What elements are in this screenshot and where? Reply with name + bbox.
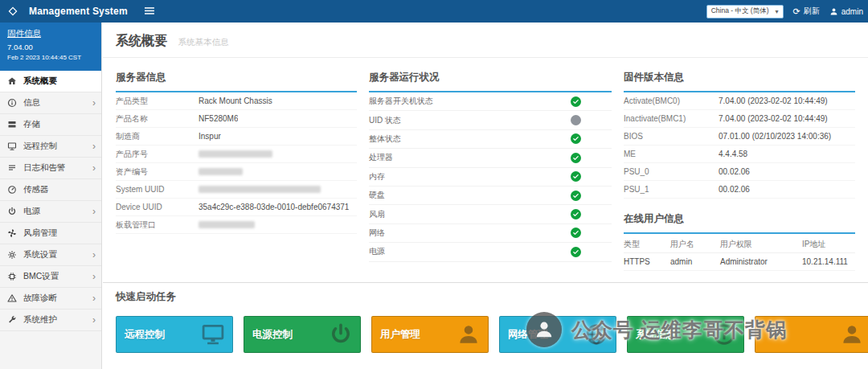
sidebar-item-remote-control[interactable]: 远程控制› xyxy=(0,136,101,158)
sidebar-item-system-maintenance[interactable]: 系统维护› xyxy=(0,310,101,331)
panels-row: 服务器信息 产品类型Rack Mount Chassis产品名称NF5280M6… xyxy=(103,58,868,272)
firmware-title: 固件版本信息 xyxy=(624,68,855,92)
sidebar-item-label: 系统概要 xyxy=(23,76,57,87)
quick-task-remote-control[interactable]: 远程控制 xyxy=(116,316,233,353)
users-column-header: IP地址 xyxy=(802,239,855,250)
user-menu[interactable]: admin xyxy=(829,7,863,16)
info-label: 资产编号 xyxy=(116,166,199,178)
server-info-title: 服务器信息 xyxy=(116,68,357,92)
sidebar-item-bmc-settings[interactable]: BMC设置› xyxy=(0,266,101,288)
sidebar-item-info[interactable]: 信息› xyxy=(0,92,101,114)
chevron-right-icon: › xyxy=(92,98,96,108)
top-header: Management System China - 中文 (简体) ▾ ⟳ 刷新… xyxy=(0,0,868,23)
redacted-value xyxy=(199,168,243,175)
info-value: Rack Mount Chassis xyxy=(199,96,272,105)
firmware-label: Inactivate(BMC1) xyxy=(624,114,719,123)
info-value: Inspur xyxy=(199,132,221,141)
firmware-panel: 固件版本信息 Activate(BMC0)7.04.00 (2023-02-02… xyxy=(624,68,855,199)
firmware-version: 7.04.00 xyxy=(7,43,94,51)
storage-icon xyxy=(7,120,18,130)
menu-toggle-icon[interactable] xyxy=(144,6,157,17)
server-info-row: 板载管理口 xyxy=(116,216,357,234)
users-column-header: 用户权限 xyxy=(720,239,802,250)
globe-icon xyxy=(584,322,608,346)
server-info-panel: 服务器信息 产品类型Rack Mount Chassis产品名称NF5280M6… xyxy=(116,68,357,234)
quick-task-network-management[interactable]: 网络管理 xyxy=(499,316,616,353)
status-ok-icon xyxy=(571,247,581,257)
info-icon xyxy=(7,98,18,109)
quick-tasks-title: 快速启动任务 xyxy=(116,290,855,304)
firmware-label: PSU_0 xyxy=(624,167,719,176)
sidebar-item-fan-management[interactable]: 风扇管理 xyxy=(0,223,101,244)
sidebar-item-storage[interactable]: 存储 xyxy=(0,114,101,136)
right-column: 固件版本信息 Activate(BMC0)7.04.00 (2023-02-02… xyxy=(624,68,855,271)
health-row: UID 状态 xyxy=(369,111,612,129)
language-select[interactable]: China - 中文 (简体) ▾ xyxy=(706,5,784,18)
sidebar: 固件信息 7.04.00 Feb 2 2023 10:44:45 CST 系统概… xyxy=(0,23,102,369)
status-ok-icon xyxy=(571,228,581,238)
sidebar-item-label: 信息 xyxy=(23,97,40,109)
redacted-value xyxy=(199,150,272,158)
home-icon xyxy=(7,76,18,87)
username: admin xyxy=(841,7,863,16)
sidebar-item-sensors[interactable]: 传感器 xyxy=(0,179,101,201)
health-row: 处理器 xyxy=(369,149,612,167)
firmware-value: 00.02.06 xyxy=(719,167,750,176)
health-label: 电源 xyxy=(369,246,385,257)
sidebar-item-logs-alerts[interactable]: 日志和告警› xyxy=(0,158,101,179)
language-select-value: China - 中文 (简体) xyxy=(711,6,769,16)
health-list: 服务器开关机状态UID 状态整体状态处理器内存硬盘风扇网络电源 xyxy=(369,92,612,262)
firmware-date: Feb 2 2023 10:44:45 CST xyxy=(7,54,94,61)
info-label: 产品名称 xyxy=(116,113,199,125)
sidebar-item-label: 系统设置 xyxy=(23,249,57,260)
app-window: Management System China - 中文 (简体) ▾ ⟳ 刷新… xyxy=(0,0,868,369)
chevron-right-icon: › xyxy=(92,163,96,173)
sidebar-item-label: 故障诊断 xyxy=(23,293,57,304)
quick-task-user-management[interactable]: 用户管理 xyxy=(371,316,489,353)
firmware-value: 7.04.00 (2023-02-02 10:44:49) xyxy=(719,114,828,123)
sidebar-item-overview[interactable]: 系统概要 xyxy=(0,71,101,92)
health-row: 电源 xyxy=(369,243,612,261)
chevron-right-icon: › xyxy=(92,293,96,303)
chevron-right-icon: › xyxy=(92,315,96,325)
quick-task-task-6[interactable] xyxy=(755,316,868,353)
status-ok-icon xyxy=(571,209,581,219)
sidebar-item-label: 系统维护 xyxy=(23,314,57,326)
status-off-icon xyxy=(571,115,581,125)
refresh-label: 刷新 xyxy=(804,6,820,17)
sensor-icon xyxy=(7,185,18,195)
fan-icon xyxy=(7,228,18,239)
firmware-row: Inactivate(BMC1)7.04.00 (2023-02-02 10:4… xyxy=(624,110,855,128)
sidebar-item-label: 电源 xyxy=(23,206,40,217)
server-info-row: 产品名称NF5280M6 xyxy=(116,110,357,128)
firmware-row: BIOS07.01.00 (02/10/2023 14:00:36) xyxy=(624,128,855,146)
sidebar-item-label: BMC设置 xyxy=(23,271,59,282)
health-label: 风扇 xyxy=(369,209,385,220)
health-row: 内存 xyxy=(369,168,612,187)
refresh-button[interactable]: ⟳ 刷新 xyxy=(793,6,820,17)
diagnosis-icon xyxy=(7,293,18,304)
sidebar-item-power[interactable]: 电源› xyxy=(0,201,101,223)
sidebar-item-system-settings[interactable]: 系统设置› xyxy=(0,244,101,266)
health-title: 服务器运行状况 xyxy=(369,68,612,92)
users-cell: 10.21.14.111 xyxy=(802,257,855,266)
firmware-label: BIOS xyxy=(624,132,719,141)
remote-icon xyxy=(7,141,18,152)
users-table-row: HTTPSadminAdministrator10.21.14.111 xyxy=(624,253,855,271)
info-label: System UUID xyxy=(116,185,199,194)
status-ok-icon xyxy=(571,191,581,201)
quick-task-power-control[interactable]: 电源控制 xyxy=(244,316,361,353)
online-users-title: 在线用户信息 xyxy=(624,209,855,234)
health-label: 硬盘 xyxy=(369,190,385,201)
sidebar-item-label: 传感器 xyxy=(23,184,49,195)
page-subtitle: 系统基本信息 xyxy=(178,37,228,47)
users-column-header: 用户名 xyxy=(670,239,720,250)
sidebar-item-fault-diagnosis[interactable]: 故障诊断› xyxy=(0,288,101,310)
firmware-label: Activate(BMC0) xyxy=(624,96,719,105)
quick-task-system-info[interactable]: 系统信息 xyxy=(627,316,744,353)
sidebar-menu: 系统概要信息›存储远程控制›日志和告警›传感器电源›风扇管理系统设置›BMC设置… xyxy=(0,71,101,331)
health-panel: 服务器运行状况 服务器开关机状态UID 状态整体状态处理器内存硬盘风扇网络电源 xyxy=(369,68,612,262)
refresh-icon: ⟳ xyxy=(793,6,800,17)
health-label: 服务器开关机状态 xyxy=(369,96,433,107)
server-info-list: 产品类型Rack Mount Chassis产品名称NF5280M6制造商Ins… xyxy=(116,92,357,234)
